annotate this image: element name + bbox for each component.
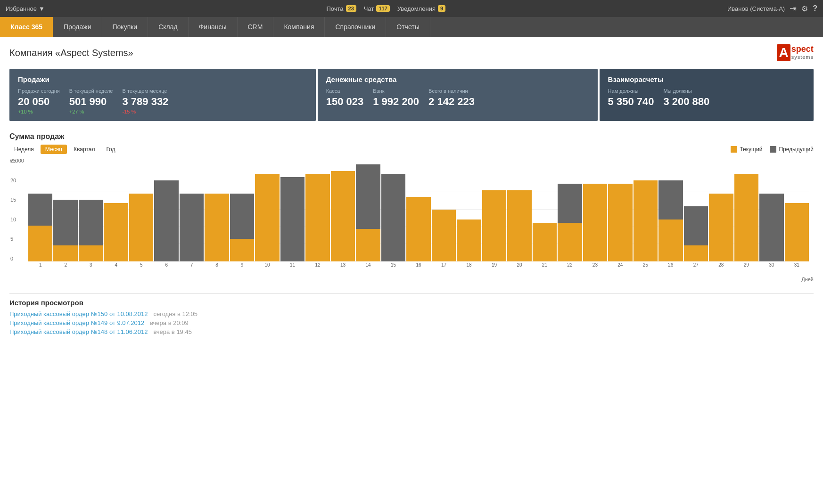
chat-badge[interactable]: Чат 117 xyxy=(364,5,390,12)
x-label-16: 16 xyxy=(406,262,430,268)
x-label-26: 26 xyxy=(658,262,683,268)
stats-sales-week: В текущей неделе 501 990 +27 % xyxy=(69,88,113,114)
nav-item-sklad[interactable]: Склад xyxy=(148,17,189,37)
legend-current-label: Текущий xyxy=(740,146,762,153)
stat-value-owed-us: 5 350 740 xyxy=(608,96,654,108)
user-name: Иванов (Система-А) xyxy=(727,5,785,12)
help-icon[interactable]: ? xyxy=(813,4,817,13)
x-label-10: 10 xyxy=(255,262,279,268)
notifications-badge[interactable]: Уведомления 9 xyxy=(397,5,445,12)
tab-year[interactable]: Год xyxy=(101,145,120,154)
top-bar: Избранное ▼ Почта 23 Чат 117 Уведомления… xyxy=(0,0,823,17)
bar-group-11 xyxy=(280,158,305,261)
bar-group-15 xyxy=(381,158,405,261)
nav-item-spravochniki[interactable]: Справочники xyxy=(325,17,386,37)
bar-curr-13 xyxy=(331,171,355,262)
bar-group-14 xyxy=(356,158,380,261)
mail-badge[interactable]: Почта 23 xyxy=(326,5,356,12)
notifications-label: Уведомления xyxy=(397,5,436,12)
bar-group-20 xyxy=(507,158,531,261)
favorites-arrow[interactable]: ▼ xyxy=(39,5,45,12)
chart-container: ×1000 0 5 10 15 20 xyxy=(9,158,814,276)
x-axis-unit: Дней xyxy=(9,276,814,282)
nav-item-otchety[interactable]: Отчеты xyxy=(386,17,430,37)
bar-group-12 xyxy=(305,158,329,261)
bar-prev-6 xyxy=(154,180,178,261)
bar-prev-3 xyxy=(79,200,103,245)
notifications-count: 9 xyxy=(438,5,445,12)
stats-mutual-we-owe: Мы должны 3 200 880 xyxy=(663,88,709,108)
history-section: История просмотров Приходный кассовый ор… xyxy=(9,299,814,335)
nav-item-finansy[interactable]: Финансы xyxy=(189,17,238,37)
bar-curr-19 xyxy=(482,190,506,261)
history-link-2[interactable]: Приходный кассовый ордер №148 от 11.06.2… xyxy=(9,328,148,335)
nav-item-pokupki[interactable]: Покупки xyxy=(102,17,148,37)
x-label-5: 5 xyxy=(129,262,153,268)
bar-group-31 xyxy=(785,158,809,261)
tab-quarter[interactable]: Квартал xyxy=(69,145,99,154)
nav-item-crm[interactable]: CRM xyxy=(238,17,274,37)
tab-month[interactable]: Месяц xyxy=(41,145,67,154)
stats-cash-title: Денежные средства xyxy=(326,75,589,83)
y-tick-20: 20 xyxy=(10,178,16,183)
bar-curr-5 xyxy=(129,194,153,261)
stat-value-week: 501 990 xyxy=(69,96,113,108)
x-label-4: 4 xyxy=(104,262,128,268)
company-logo: A spect systems xyxy=(777,44,814,61)
stat-label-month: В текущем месяце xyxy=(122,88,168,94)
main-content: Компания «Aspect Systems» A spect system… xyxy=(0,37,823,504)
bar-prev-14 xyxy=(356,164,380,229)
legend-current-color xyxy=(731,146,737,153)
stat-value-month: 3 789 332 xyxy=(122,96,168,108)
nav-item-klass365[interactable]: Класс 365 xyxy=(0,17,53,37)
x-label-27: 27 xyxy=(684,262,708,268)
x-label-8: 8 xyxy=(205,262,229,268)
bar-curr-20 xyxy=(507,190,531,261)
bar-curr-16 xyxy=(406,197,430,262)
stats-mutual-cols: Нам должны 5 350 740 Мы должны 3 200 880 xyxy=(608,88,805,108)
legend-current: Текущий xyxy=(731,146,762,153)
stats-sales-panel: Продажи Продажи сегодня 20 050 +10 % В т… xyxy=(9,69,316,121)
logo-a-letter: A xyxy=(779,45,788,60)
nav-item-kompaniya[interactable]: Компания xyxy=(273,17,325,37)
chart-controls: Неделя Месяц Квартал Год Текущий Предыду… xyxy=(9,145,814,154)
bar-curr-17 xyxy=(432,210,456,261)
mail-label: Почта xyxy=(326,5,343,12)
company-header: Компания «Aspect Systems» A spect system… xyxy=(9,44,814,61)
x-label-24: 24 xyxy=(608,262,632,268)
stats-mutual-title: Взаиморасчеты xyxy=(608,75,805,83)
stats-cash-cols: Касса 150 023 Банк 1 992 200 Всего в нал… xyxy=(326,88,589,108)
chart-inner: 0 5 10 15 20 25 123456789101112131415161… xyxy=(28,158,809,276)
stat-change-week: +27 % xyxy=(69,109,113,114)
x-label-14: 14 xyxy=(356,262,380,268)
stat-change-today: +10 % xyxy=(18,109,60,114)
bar-prev-30 xyxy=(759,194,783,261)
stat-label-bank: Банк xyxy=(373,88,419,94)
history-link-1[interactable]: Приходный кассовый ордер №149 от 9.07.20… xyxy=(9,319,144,326)
x-label-6: 6 xyxy=(154,262,178,268)
bar-curr-8 xyxy=(205,194,229,261)
stat-change-month: -15 % xyxy=(122,109,168,114)
favorites-label[interactable]: Избранное xyxy=(6,5,37,12)
tab-week[interactable]: Неделя xyxy=(9,145,39,154)
bar-group-26 xyxy=(658,158,683,261)
nav-item-prodazhi[interactable]: Продажи xyxy=(53,17,102,37)
bar-group-10 xyxy=(255,158,279,261)
y-tick-25: 25 xyxy=(10,158,16,163)
bar-prev-11 xyxy=(280,177,305,261)
login-icon[interactable]: ⇥ xyxy=(790,3,797,14)
x-label-15: 15 xyxy=(381,262,405,268)
y-tick-0: 0 xyxy=(10,256,16,261)
stat-value-total: 2 142 223 xyxy=(428,96,475,108)
bar-group-21 xyxy=(533,158,557,261)
stats-sales-month: В текущем месяце 3 789 332 -15 % xyxy=(122,88,168,114)
history-item-1: Приходный кассовый ордер №149 от 9.07.20… xyxy=(9,319,814,326)
settings-icon[interactable]: ⚙ xyxy=(801,4,808,13)
bar-prev-27 xyxy=(684,206,708,245)
history-link-0[interactable]: Приходный кассовый ордер №150 от 10.08.2… xyxy=(9,310,148,317)
stat-label-kassa: Касса xyxy=(326,88,364,94)
x-axis: 1234567891011121314151617181920212223242… xyxy=(28,262,809,276)
bar-curr-12 xyxy=(305,174,329,261)
x-label-12: 12 xyxy=(305,262,329,268)
bar-prev-1 xyxy=(28,194,52,226)
